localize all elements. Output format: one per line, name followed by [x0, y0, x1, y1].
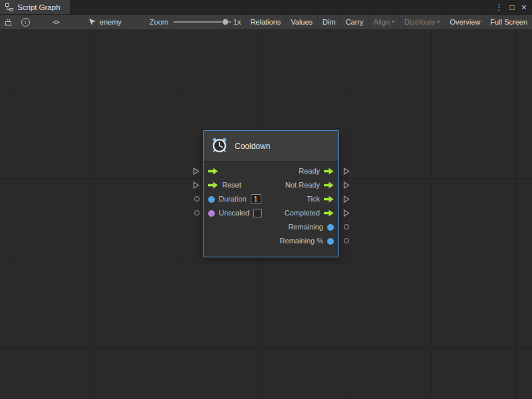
overview-button-label: Overview: [450, 18, 481, 26]
port-duration[interactable]: Duration: [208, 194, 261, 204]
zoom-label: Zoom: [150, 18, 168, 26]
port-invoke[interactable]: [208, 168, 222, 175]
cooldown-node-header[interactable]: Cooldown: [203, 131, 338, 162]
graph-target-label: enemy: [100, 18, 122, 26]
port-remaining[interactable]: Remaining: [288, 223, 334, 231]
bool-input-port-icon[interactable]: [208, 210, 215, 217]
port-label: Not Ready: [285, 182, 320, 189]
zoom-slider-handle[interactable]: [222, 19, 229, 25]
external-flow-connector[interactable]: [343, 209, 350, 217]
port-remaining-percent[interactable]: Remaining %: [280, 237, 334, 245]
script-graph-window: Script Graph ⋮ □ × i <> enemy Zoom 1: [0, 0, 532, 399]
external-flow-connector[interactable]: [343, 168, 350, 175]
info-icon[interactable]: i: [21, 18, 30, 27]
port-label: Reset: [222, 182, 241, 189]
code-view-icon[interactable]: <>: [53, 19, 59, 26]
port-label: Remaining %: [280, 237, 323, 245]
window-controls: ⋮ □ ×: [495, 0, 532, 14]
graph-icon: [5, 3, 13, 11]
port-ready[interactable]: Ready: [299, 168, 334, 175]
maximize-icon[interactable]: □: [510, 3, 515, 11]
external-value-connector[interactable]: [344, 224, 349, 229]
flow-output-port-icon[interactable]: [324, 168, 334, 175]
external-value-connector[interactable]: [194, 210, 200, 215]
distribute-button-label: Distribute: [404, 18, 435, 26]
titlebar: Script Graph ⋮ □ ×: [0, 0, 532, 14]
graph-pointer-icon: [88, 18, 96, 26]
flow-output-port-icon[interactable]: [324, 196, 334, 203]
port-label: Completed: [285, 209, 320, 217]
port-label: Remaining: [288, 223, 323, 231]
external-flow-connector[interactable]: [343, 182, 350, 189]
overview-button[interactable]: Overview: [445, 15, 485, 29]
external-value-connector[interactable]: [344, 238, 349, 243]
duration-field[interactable]: [251, 194, 261, 204]
menu-icon[interactable]: ⋮: [495, 3, 503, 11]
values-button-label: Values: [291, 18, 313, 26]
external-flow-connector[interactable]: [193, 168, 200, 175]
cooldown-node[interactable]: Cooldown Ready: [203, 130, 339, 257]
zoom-slider[interactable]: [174, 18, 231, 26]
node-row: Duration Tick: [203, 192, 338, 206]
relations-button-label: Relations: [250, 18, 281, 26]
tab-script-graph[interactable]: Script Graph: [0, 0, 70, 14]
port-reset[interactable]: Reset: [208, 182, 241, 189]
chevron-down-icon: ▾: [438, 19, 440, 25]
close-icon[interactable]: ×: [521, 3, 527, 12]
node-row: Reset Not Ready: [203, 178, 338, 192]
value-output-port-icon[interactable]: [327, 238, 334, 245]
node-row: Ready: [203, 164, 338, 178]
port-label: Duration: [219, 196, 247, 203]
graph-toolbar: i <> enemy Zoom 1x Relations Values Dim: [0, 14, 532, 29]
node-row: Remaining %: [203, 234, 338, 248]
full-screen-button-label: Full Screen: [490, 18, 527, 26]
carry-button-label: Carry: [346, 18, 364, 26]
port-label: Ready: [299, 168, 320, 175]
node-row: Unscaled Completed: [203, 206, 338, 220]
external-flow-connector[interactable]: [343, 196, 350, 203]
external-value-connector[interactable]: [194, 196, 200, 201]
graph-canvas[interactable]: Cooldown Ready: [0, 29, 532, 399]
port-tick[interactable]: Tick: [307, 196, 334, 203]
relations-button[interactable]: Relations: [245, 15, 285, 29]
port-not-ready[interactable]: Not Ready: [285, 182, 334, 189]
carry-button[interactable]: Carry: [340, 15, 368, 29]
align-button-label: Align: [374, 18, 390, 26]
port-label: Tick: [307, 196, 320, 203]
node-row: Remaining: [203, 220, 338, 234]
port-completed[interactable]: Completed: [285, 209, 334, 217]
dim-button[interactable]: Dim: [317, 15, 340, 29]
value-input-port-icon[interactable]: [208, 196, 215, 203]
port-label: Unscaled: [219, 209, 249, 217]
flow-input-port-icon[interactable]: [208, 182, 218, 189]
flow-output-port-icon[interactable]: [324, 209, 334, 217]
toolbar-buttons: Relations Values Dim Carry Align ▾ Distr…: [245, 15, 532, 29]
values-button[interactable]: Values: [285, 15, 317, 29]
flow-input-port-icon[interactable]: [208, 168, 218, 175]
value-output-port-icon[interactable]: [327, 224, 334, 231]
align-button: Align ▾: [368, 15, 399, 29]
lock-icon[interactable]: [5, 18, 12, 26]
distribute-button: Distribute ▾: [399, 15, 444, 29]
tab-label: Script Graph: [17, 3, 61, 11]
node-title: Cooldown: [235, 142, 270, 151]
flow-output-port-icon[interactable]: [324, 182, 334, 189]
alarm-clock-icon: [211, 136, 228, 156]
port-unscaled[interactable]: Unscaled: [208, 209, 262, 217]
dim-button-label: Dim: [323, 18, 336, 26]
cooldown-node-body: Ready Reset Not Ready: [203, 162, 338, 257]
full-screen-button[interactable]: Full Screen: [485, 15, 532, 29]
external-flow-connector[interactable]: [193, 182, 200, 189]
zoom-value: 1x: [233, 18, 241, 26]
chevron-down-icon: ▾: [392, 19, 394, 25]
unscaled-checkbox[interactable]: [253, 209, 262, 217]
